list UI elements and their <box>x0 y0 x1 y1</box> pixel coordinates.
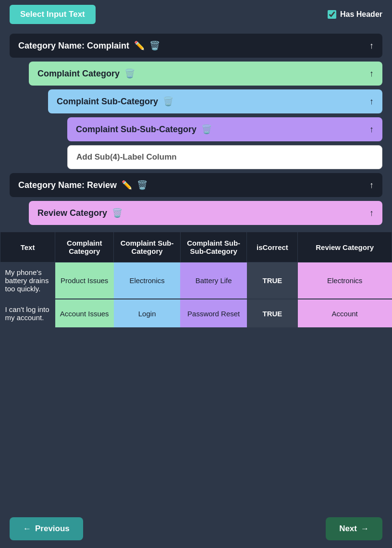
row-cat-review: Category Name: Review ✏️ 🗑️ ↑ <box>10 173 382 197</box>
row-left: Review Category 🗑️ <box>37 208 122 218</box>
cell-complaint-subsub: Password Reset <box>180 299 247 328</box>
delete-icon-review[interactable]: 🗑️ <box>137 180 147 190</box>
row-label: Complaint Sub-Category <box>57 97 158 107</box>
cell-text: My phone's battery drains too quickly. <box>0 262 55 299</box>
has-header-checkbox[interactable] <box>328 10 336 19</box>
delete-icon-review-cat[interactable]: 🗑️ <box>112 208 122 218</box>
row-review-category: Review Category 🗑️ ↑ <box>29 201 382 225</box>
bottom-nav: ← Previous Next → <box>0 510 392 548</box>
row-label: Category Name: Complaint <box>18 41 129 51</box>
edit-icon-complaint[interactable]: ✏️ <box>134 40 145 51</box>
th-complaint-cat: Complaint Category <box>55 232 114 262</box>
row-complaint-sub: Complaint Sub-Category 🗑️ ↑ <box>48 89 382 113</box>
edit-icon-review[interactable]: ✏️ <box>122 180 132 190</box>
row-left: Complaint Sub-Category 🗑️ <box>57 96 173 107</box>
cell-review: Account <box>298 299 392 328</box>
delete-icon-complaint-cat[interactable]: 🗑️ <box>124 68 135 79</box>
has-header-text: Has Header <box>340 10 382 19</box>
prev-label: Previous <box>35 524 70 534</box>
data-table: Text Complaint Category Complaint Sub-Ca… <box>0 232 392 328</box>
row-label: Complaint Sub-Sub-Category <box>76 125 196 135</box>
th-complaint-subsub: Complaint Sub-Sub-Category <box>180 232 247 262</box>
data-table-container: Text Complaint Category Complaint Sub-Ca… <box>0 232 392 328</box>
previous-button[interactable]: ← Previous <box>10 517 83 540</box>
up-icon-complaint[interactable]: ↑ <box>369 41 374 51</box>
next-button[interactable]: Next → <box>326 517 382 540</box>
row-complaint-subsub: Complaint Sub-Sub-Category 🗑️ ↑ <box>67 117 382 141</box>
th-text: Text <box>0 232 55 262</box>
delete-icon-complaint-subsub[interactable]: 🗑️ <box>201 124 212 135</box>
row-label: Category Name: Review <box>18 180 117 190</box>
row-label: Review Category <box>37 208 107 218</box>
table-row: I can't log into my account.Account Issu… <box>0 299 392 328</box>
cell-iscorrect: TRUE <box>247 299 298 328</box>
up-icon-complaint-sub[interactable]: ↑ <box>369 97 374 107</box>
cell-text: I can't log into my account. <box>0 299 55 328</box>
cell-complaint-cat: Product Issues <box>55 262 114 299</box>
th-review: Review Category <box>298 232 392 262</box>
row-label: Add Sub(4)-Label Column <box>76 152 177 162</box>
table-row: My phone's battery drains too quickly.Pr… <box>0 262 392 299</box>
row-left: Complaint Category 🗑️ <box>37 68 135 79</box>
prev-arrow-icon: ← <box>23 524 31 534</box>
table-header-row: Text Complaint Category Complaint Sub-Ca… <box>0 232 392 262</box>
up-icon-complaint-subsub[interactable]: ↑ <box>369 125 374 135</box>
up-icon-review-cat[interactable]: ↑ <box>369 208 374 218</box>
cell-complaint-sub: Electronics <box>114 262 181 299</box>
row-cat-complaint: Category Name: Complaint ✏️ 🗑️ ↑ <box>10 34 382 58</box>
has-header-label[interactable]: Has Header <box>328 10 382 19</box>
up-icon-review[interactable]: ↑ <box>369 180 374 190</box>
next-label: Next <box>339 524 357 534</box>
cell-iscorrect: TRUE <box>247 262 298 299</box>
cell-complaint-subsub: Battery Life <box>180 262 247 299</box>
delete-icon-complaint[interactable]: 🗑️ <box>149 40 160 51</box>
row-left: Category Name: Complaint ✏️ 🗑️ <box>18 40 160 51</box>
row-left: Complaint Sub-Sub-Category 🗑️ <box>76 124 212 135</box>
th-complaint-sub: Complaint Sub-Category <box>114 232 181 262</box>
cell-complaint-cat: Account Issues <box>55 299 114 328</box>
cell-complaint-sub: Login <box>114 299 181 328</box>
top-bar: Select Input Text Has Header <box>0 0 392 29</box>
config-area: Category Name: Complaint ✏️ 🗑️ ↑ Complai… <box>0 29 392 230</box>
select-input-button[interactable]: Select Input Text <box>10 5 96 24</box>
th-iscorrect: isCorrect <box>247 232 298 262</box>
row-label: Complaint Category <box>37 69 120 79</box>
up-icon-complaint-cat[interactable]: ↑ <box>369 69 374 79</box>
row-left: Category Name: Review ✏️ 🗑️ <box>18 180 147 190</box>
next-arrow-icon: → <box>361 524 369 534</box>
cell-review: Electronics <box>298 262 392 299</box>
row-add-sub4[interactable]: Add Sub(4)-Label Column <box>67 145 382 169</box>
row-complaint-category: Complaint Category 🗑️ ↑ <box>29 62 382 86</box>
delete-icon-complaint-sub[interactable]: 🗑️ <box>163 96 173 107</box>
row-left: Add Sub(4)-Label Column <box>76 152 177 162</box>
